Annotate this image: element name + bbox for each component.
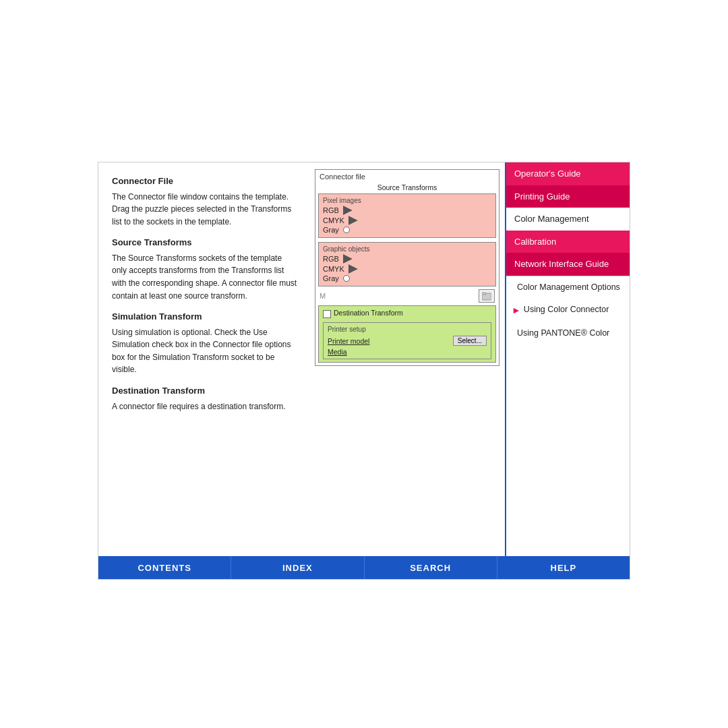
sidebar-item-color-management-label: Color Management <box>514 214 589 224</box>
pixel-gray-row: Gray <box>323 226 491 234</box>
sidebar-item-printing-guide-label: Printing Guide <box>514 191 570 202</box>
sidebar-item-operators-guide[interactable]: Operator's Guide <box>506 162 630 185</box>
nav-contents-label: Contents <box>138 563 191 573</box>
bottom-nav: Contents Index Search Help <box>98 556 630 579</box>
connector-file-title: Connector file <box>318 173 496 181</box>
pixel-cmyk-row: CMYK <box>323 216 491 225</box>
printer-model-row: Printer model Select... <box>328 336 487 346</box>
graphic-cmyk-row: CMYK <box>323 264 491 274</box>
nav-help-label: Help <box>551 563 577 573</box>
graphic-gray-row: Gray <box>323 274 491 282</box>
destination-section: Destination Transform Printer setup Prin… <box>318 305 496 363</box>
section-text-destination: A connector file requires a destination … <box>112 400 297 413</box>
section-heading-simulation: Simulation Transform <box>112 310 297 324</box>
media-row: Media <box>328 348 487 356</box>
pixel-gray-radio <box>343 226 350 233</box>
nav-contents[interactable]: Contents <box>98 556 231 579</box>
section-heading-connector: Connector File <box>112 175 297 188</box>
main-content: Connector File The Connector file window… <box>98 162 630 556</box>
printer-setup-label: Printer setup <box>328 326 487 333</box>
section-heading-source: Source Transforms <box>112 236 297 249</box>
pixel-rgb-icon <box>343 206 353 215</box>
section-text-source: The Source Transforms sockets of the tem… <box>112 252 297 302</box>
pixel-gray-text: Gray <box>323 226 339 234</box>
section-text-simulation: Using simulation is optional. Check the … <box>112 326 297 376</box>
select-button[interactable]: Select... <box>453 336 487 346</box>
graphic-cmyk-text: CMYK <box>323 265 344 273</box>
destination-icon-row: Destination Transform <box>323 309 491 320</box>
mid-row: M <box>318 286 496 305</box>
nav-index-label: Index <box>282 563 313 573</box>
sidebar-item-using-pantone-color[interactable]: Using PANTONE® Color <box>506 322 630 344</box>
sidebar-item-operators-guide-label: Operator's Guide <box>514 169 581 179</box>
graphic-rgb-icon <box>343 254 353 264</box>
outer-container: Connector File The Connector file window… <box>0 0 728 728</box>
nav-search-label: Search <box>410 563 451 573</box>
printer-setup-box: Printer setup Printer model Select... Me… <box>323 322 491 359</box>
page-frame: Connector File The Connector file window… <box>98 162 630 580</box>
sidebar-item-using-pantone-color-label: Using PANTONE® Color <box>517 328 609 338</box>
graphic-cmyk-icon <box>348 264 358 274</box>
center-diagram: Connector file Source Transforms Pixel i… <box>309 162 505 556</box>
source-transforms-label: Source Transforms <box>318 183 496 191</box>
section-text-connector: The Connector file window contains the t… <box>112 191 297 229</box>
arrow-icon: ► <box>512 304 521 317</box>
pixel-images-group: Pixel images RGB CMYK Gray <box>318 193 496 238</box>
nav-index[interactable]: Index <box>231 556 364 579</box>
folder-icon <box>482 291 491 301</box>
destination-label: Destination Transform <box>334 309 403 317</box>
sidebar-item-color-management-options-label: Color Management Options <box>517 282 620 292</box>
right-sidebar: Operator's Guide Printing Guide Color Ma… <box>505 162 630 556</box>
graphic-rgb-row: RGB <box>323 254 491 264</box>
printer-model-text: Printer model <box>328 337 369 345</box>
graphic-objects-group: Graphic objects RGB CMYK Gray <box>318 242 496 286</box>
sidebar-item-calibration[interactable]: Calibration <box>506 231 630 253</box>
svg-rect-1 <box>482 293 486 295</box>
media-text: Media <box>328 348 347 356</box>
left-content: Connector File The Connector file window… <box>98 162 309 556</box>
sidebar-item-printing-guide[interactable]: Printing Guide <box>506 185 630 208</box>
graphic-gray-radio <box>343 275 350 282</box>
pixel-cmyk-text: CMYK <box>323 216 344 224</box>
sidebar-item-color-management-options[interactable]: Color Management Options <box>506 276 630 299</box>
sidebar-item-using-color-connector-label: Using Color Connector <box>524 304 609 315</box>
section-heading-destination: Destination Transform <box>112 384 297 398</box>
sidebar-item-network-interface-guide[interactable]: Network Interface Guide <box>506 253 630 276</box>
dest-check <box>323 310 331 318</box>
pixel-cmyk-icon <box>348 216 358 225</box>
nav-search[interactable]: Search <box>365 556 497 579</box>
sidebar-item-calibration-label: Calibration <box>514 237 556 247</box>
sidebar-item-color-management[interactable]: Color Management <box>506 208 630 231</box>
pixel-images-label: Pixel images <box>323 197 491 204</box>
graphic-gray-text: Gray <box>323 274 339 282</box>
connector-file-box: Connector file Source Transforms Pixel i… <box>315 169 499 366</box>
mid-icon-box <box>479 289 495 303</box>
sidebar-item-using-color-connector[interactable]: ► Using Color Connector <box>506 299 630 322</box>
sidebar-item-network-interface-guide-label: Network Interface Guide <box>514 259 609 269</box>
graphic-objects-label: Graphic objects <box>323 245 491 253</box>
graphic-rgb-text: RGB <box>323 255 339 263</box>
nav-help[interactable]: Help <box>497 556 630 579</box>
mid-left-text: M <box>320 292 326 300</box>
pixel-rgb-text: RGB <box>323 206 339 214</box>
pixel-rgb-row: RGB <box>323 206 491 215</box>
